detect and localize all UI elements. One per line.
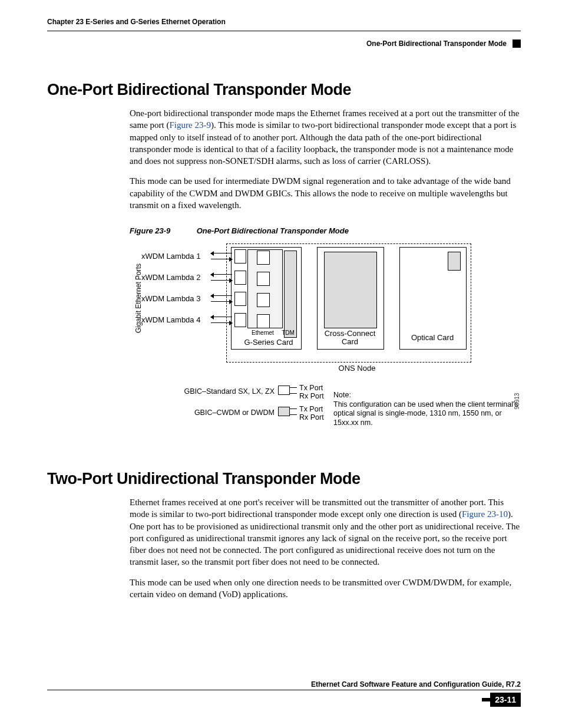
section-breadcrumb: One-Port Bidirectional Transponder Mode [366, 39, 507, 48]
tx-label: Tx Port [299, 384, 323, 392]
guide-title: Ethernet Card Software Feature and Confi… [311, 680, 521, 689]
legend-std-gbic: GBIC–Standard SX, LX, ZX [163, 387, 275, 396]
figure-caption: Figure 23-9 One-Port Bidirectional Trans… [130, 226, 521, 235]
figure-note: Note: This configuration can be used whe… [333, 391, 528, 428]
legend-line-icon [290, 387, 297, 388]
figure-link-23-9[interactable]: Figure 23-9 [169, 120, 210, 130]
figure-23-9: Gigabit Ethernet Ports xWDM Lambda 1 xWD… [130, 246, 521, 446]
s1-paragraph-2: This mode can be used for intermediate D… [130, 175, 521, 211]
section-heading-2: Two-Port Unidirectional Transponder Mode [47, 470, 521, 488]
chapter-label: Chapter 23 E-Series and G-Series Etherne… [47, 18, 226, 26]
section-heading-1: One-Port Bidirectional Transponder Mode [47, 81, 521, 99]
lambda-label-3: xWDM Lambda 3 [141, 294, 200, 303]
legend-box-icon [278, 407, 290, 416]
figure-link-23-10[interactable]: Figure 23-10 [462, 509, 508, 519]
lambda-label-4: xWDM Lambda 4 [141, 315, 200, 324]
header-rule [47, 31, 521, 31]
s1-paragraph-1: One-port bidirectional transponder mode … [130, 107, 521, 167]
lambda-label-1: xWDM Lambda 1 [141, 252, 200, 261]
legend-line-icon [290, 393, 297, 394]
page-number: 23-11 [490, 693, 521, 707]
rx-label: Rx Port [299, 413, 324, 421]
legend-line-icon [290, 414, 297, 415]
s2-paragraph-2: This mode can be used when only one dire… [130, 577, 521, 601]
legend-line-icon [290, 409, 297, 409]
legend-cwdm-gbic: GBIC–CWDM or DWDM [189, 409, 275, 417]
header-end-block-icon [513, 39, 521, 48]
legend-box-icon [278, 386, 290, 395]
s2-paragraph-1: Ethernet frames received at one port's r… [130, 496, 521, 568]
figure-id-number: 90913 [514, 393, 521, 410]
ons-node-outline [226, 243, 471, 363]
lambda-label-2: xWDM Lambda 2 [141, 273, 200, 282]
page-footer: Ethernet Card Software Feature and Confi… [47, 681, 521, 707]
ons-node-label: ONS Node [333, 364, 381, 373]
rx-label: Rx Port [299, 392, 324, 400]
tx-label: Tx Port [299, 405, 323, 413]
